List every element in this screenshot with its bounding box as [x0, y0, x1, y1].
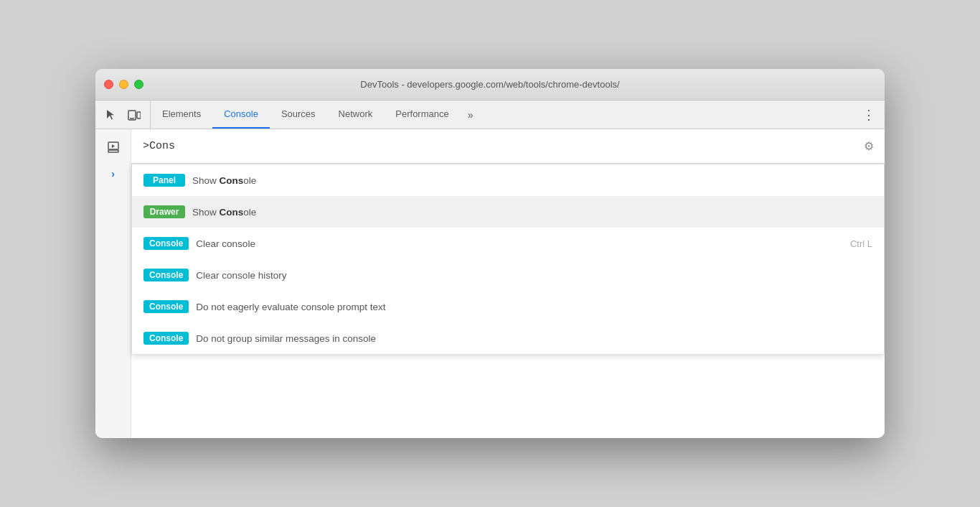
shortcut-ctrl-l: Ctrl L	[850, 238, 872, 249]
devtools-window: DevTools - developers.google.com/web/too…	[95, 69, 885, 438]
autocomplete-item-group-similar[interactable]: Console Do not group similar messages in…	[132, 322, 884, 354]
badge-drawer: Drawer	[143, 205, 185, 218]
item-text-clear-console: Clear console	[196, 238, 850, 249]
tab-network[interactable]: Network	[327, 101, 385, 129]
autocomplete-item-eagerly-evaluate[interactable]: Console Do not eagerly evaluate console …	[132, 291, 884, 322]
autocomplete-item-drawer-console[interactable]: Drawer Show Console	[132, 196, 884, 228]
item-text-panel-console: Show Console	[192, 175, 872, 186]
badge-console-4: Console	[143, 332, 189, 345]
tab-performance[interactable]: Performance	[384, 101, 460, 129]
command-input[interactable]: >Cons	[143, 140, 859, 152]
tab-elements[interactable]: Elements	[151, 101, 212, 129]
badge-panel: Panel	[143, 174, 185, 187]
devtools-body: › >Cons ⚙ Panel Show Console Drawer Show…	[95, 129, 885, 438]
autocomplete-dropdown: Panel Show Console Drawer Show Console C…	[131, 164, 885, 355]
autocomplete-item-clear-console[interactable]: Console Clear console Ctrl L	[132, 228, 884, 259]
window-title: DevTools - developers.google.com/web/too…	[360, 79, 619, 90]
close-button[interactable]	[104, 80, 113, 89]
svg-rect-4	[108, 150, 118, 152]
autocomplete-item-panel-console[interactable]: Panel Show Console	[132, 164, 884, 196]
maximize-button[interactable]	[134, 80, 143, 89]
item-text-clear-history: Clear console history	[196, 270, 872, 281]
autocomplete-item-clear-history[interactable]: Console Clear console history	[132, 259, 884, 291]
title-bar: DevTools - developers.google.com/web/too…	[95, 69, 885, 101]
item-text-eagerly-evaluate: Do not eagerly evaluate console prompt t…	[196, 302, 872, 312]
inspect-cursor-button[interactable]	[101, 105, 121, 125]
item-text-group-similar: Do not group similar messages in console	[196, 333, 872, 344]
badge-console-2: Console	[143, 269, 189, 282]
devtools-toolbar: Elements Console Sources Network Perform…	[95, 101, 885, 129]
tab-console[interactable]: Console	[212, 101, 270, 129]
sidebar: ›	[95, 129, 131, 438]
more-options-button[interactable]: ⋮	[859, 105, 879, 125]
traffic-lights	[104, 80, 143, 89]
sidebar-chevron[interactable]: ›	[111, 168, 115, 180]
command-area: >Cons ⚙ Panel Show Console Drawer Show C…	[131, 129, 885, 438]
tabs-container: Elements Console Sources Network Perform…	[151, 101, 853, 129]
device-toggle-button[interactable]	[124, 105, 144, 125]
toolbar-icon-group	[95, 101, 151, 129]
svg-marker-5	[112, 144, 115, 148]
drawer-toggle-button[interactable]	[101, 135, 126, 159]
badge-console-1: Console	[143, 237, 189, 250]
settings-icon[interactable]: ⚙	[859, 136, 879, 157]
item-text-drawer-console: Show Console	[192, 207, 872, 218]
more-tabs-button[interactable]: »	[461, 101, 481, 129]
badge-console-3: Console	[143, 300, 189, 313]
minimize-button[interactable]	[119, 80, 128, 89]
toolbar-right: ⋮	[853, 101, 885, 129]
svg-rect-1	[137, 112, 141, 118]
tab-sources[interactable]: Sources	[270, 101, 327, 129]
command-input-bar: >Cons ⚙	[131, 129, 885, 164]
